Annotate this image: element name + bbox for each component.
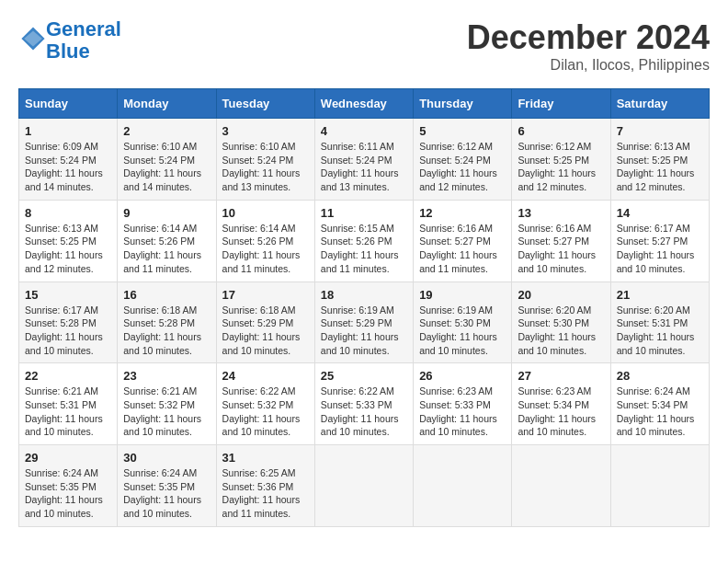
calendar-week-row: 22Sunrise: 6:21 AM Sunset: 5:31 PM Dayli… <box>19 363 710 445</box>
day-info: Sunrise: 6:22 AM Sunset: 5:32 PM Dayligh… <box>222 385 309 439</box>
day-info: Sunrise: 6:18 AM Sunset: 5:29 PM Dayligh… <box>222 304 309 358</box>
day-info: Sunrise: 6:13 AM Sunset: 5:25 PM Dayligh… <box>617 140 703 194</box>
day-number: 13 <box>518 206 604 220</box>
page-header: General Blue December 2024 Dilan, Ilocos… <box>18 18 710 74</box>
day-info: Sunrise: 6:21 AM Sunset: 5:32 PM Dayligh… <box>123 385 210 439</box>
calendar-cell: 19Sunrise: 6:19 AM Sunset: 5:30 PM Dayli… <box>414 282 512 363</box>
day-number: 20 <box>518 288 604 302</box>
day-number: 19 <box>419 288 506 302</box>
column-header-friday: Friday <box>512 89 610 119</box>
day-info: Sunrise: 6:24 AM Sunset: 5:35 PM Dayligh… <box>25 466 111 521</box>
day-info: Sunrise: 6:17 AM Sunset: 5:28 PM Dayligh… <box>25 304 111 358</box>
calendar-cell: 6Sunrise: 6:12 AM Sunset: 5:25 PM Daylig… <box>512 119 610 201</box>
day-number: 21 <box>617 288 703 302</box>
day-number: 11 <box>321 206 407 220</box>
column-header-thursday: Thursday <box>414 89 512 119</box>
calendar-cell: 26Sunrise: 6:23 AM Sunset: 5:33 PM Dayli… <box>414 363 512 445</box>
title-area: December 2024 Dilan, Ilocos, Philippines <box>467 18 710 74</box>
day-number: 12 <box>419 206 506 220</box>
day-info: Sunrise: 6:17 AM Sunset: 5:27 PM Dayligh… <box>617 222 703 276</box>
day-number: 6 <box>518 124 604 138</box>
calendar-cell: 31Sunrise: 6:25 AM Sunset: 5:36 PM Dayli… <box>216 445 314 527</box>
calendar-cell: 13Sunrise: 6:16 AM Sunset: 5:27 PM Dayli… <box>512 200 610 282</box>
day-number: 1 <box>25 124 111 138</box>
calendar-cell: 27Sunrise: 6:23 AM Sunset: 5:34 PM Dayli… <box>512 363 610 445</box>
calendar-cell: 7Sunrise: 6:13 AM Sunset: 5:25 PM Daylig… <box>610 119 709 201</box>
column-header-monday: Monday <box>118 89 216 119</box>
day-info: Sunrise: 6:12 AM Sunset: 5:25 PM Dayligh… <box>518 140 604 194</box>
location: Dilan, Ilocos, Philippines <box>467 57 710 74</box>
calendar-cell: 29Sunrise: 6:24 AM Sunset: 5:35 PM Dayli… <box>19 445 118 527</box>
calendar-cell: 23Sunrise: 6:21 AM Sunset: 5:32 PM Dayli… <box>118 363 216 445</box>
calendar-cell: 8Sunrise: 6:13 AM Sunset: 5:25 PM Daylig… <box>19 200 118 282</box>
calendar-week-row: 29Sunrise: 6:24 AM Sunset: 5:35 PM Dayli… <box>19 445 710 527</box>
day-info: Sunrise: 6:12 AM Sunset: 5:24 PM Dayligh… <box>419 140 506 194</box>
day-info: Sunrise: 6:25 AM Sunset: 5:36 PM Dayligh… <box>222 466 309 521</box>
day-number: 28 <box>617 369 703 383</box>
calendar-week-row: 8Sunrise: 6:13 AM Sunset: 5:25 PM Daylig… <box>19 200 710 282</box>
logo-line2: Blue <box>46 40 90 63</box>
calendar-cell: 22Sunrise: 6:21 AM Sunset: 5:31 PM Dayli… <box>19 363 118 445</box>
day-number: 25 <box>321 369 407 383</box>
day-info: Sunrise: 6:22 AM Sunset: 5:33 PM Dayligh… <box>321 385 407 439</box>
day-info: Sunrise: 6:16 AM Sunset: 5:27 PM Dayligh… <box>419 222 506 276</box>
calendar-cell: 25Sunrise: 6:22 AM Sunset: 5:33 PM Dayli… <box>314 363 413 445</box>
day-info: Sunrise: 6:15 AM Sunset: 5:26 PM Dayligh… <box>321 222 407 276</box>
column-header-saturday: Saturday <box>610 89 709 119</box>
calendar-cell: 5Sunrise: 6:12 AM Sunset: 5:24 PM Daylig… <box>414 119 512 201</box>
day-number: 3 <box>222 124 309 138</box>
column-header-tuesday: Tuesday <box>216 89 314 119</box>
calendar-cell: 24Sunrise: 6:22 AM Sunset: 5:32 PM Dayli… <box>216 363 314 445</box>
column-header-wednesday: Wednesday <box>314 89 413 119</box>
day-number: 16 <box>123 288 210 302</box>
day-number: 22 <box>25 369 111 383</box>
calendar-cell: 10Sunrise: 6:14 AM Sunset: 5:26 PM Dayli… <box>216 200 314 282</box>
calendar-cell: 21Sunrise: 6:20 AM Sunset: 5:31 PM Dayli… <box>610 282 709 363</box>
calendar-cell: 2Sunrise: 6:10 AM Sunset: 5:24 PM Daylig… <box>118 119 216 201</box>
day-info: Sunrise: 6:24 AM Sunset: 5:35 PM Dayligh… <box>123 466 210 521</box>
day-number: 27 <box>518 369 604 383</box>
day-info: Sunrise: 6:23 AM Sunset: 5:33 PM Dayligh… <box>419 385 506 439</box>
day-info: Sunrise: 6:09 AM Sunset: 5:24 PM Dayligh… <box>25 140 111 194</box>
calendar-week-row: 15Sunrise: 6:17 AM Sunset: 5:28 PM Dayli… <box>19 282 710 363</box>
calendar-cell: 3Sunrise: 6:10 AM Sunset: 5:24 PM Daylig… <box>216 119 314 201</box>
calendar-cell <box>314 445 413 527</box>
day-info: Sunrise: 6:20 AM Sunset: 5:31 PM Dayligh… <box>617 304 703 358</box>
calendar-cell: 4Sunrise: 6:11 AM Sunset: 5:24 PM Daylig… <box>314 119 413 201</box>
calendar-cell: 16Sunrise: 6:18 AM Sunset: 5:28 PM Dayli… <box>118 282 216 363</box>
day-number: 9 <box>123 206 210 220</box>
day-number: 31 <box>222 451 309 465</box>
logo: General Blue <box>18 18 121 63</box>
calendar-cell: 20Sunrise: 6:20 AM Sunset: 5:30 PM Dayli… <box>512 282 610 363</box>
calendar-cell <box>610 445 709 527</box>
day-info: Sunrise: 6:21 AM Sunset: 5:31 PM Dayligh… <box>25 385 111 439</box>
calendar-cell: 30Sunrise: 6:24 AM Sunset: 5:35 PM Dayli… <box>118 445 216 527</box>
day-number: 5 <box>419 124 506 138</box>
day-number: 24 <box>222 369 309 383</box>
calendar-cell: 12Sunrise: 6:16 AM Sunset: 5:27 PM Dayli… <box>414 200 512 282</box>
logo-line1: General <box>46 17 121 40</box>
day-number: 7 <box>617 124 703 138</box>
day-info: Sunrise: 6:10 AM Sunset: 5:24 PM Dayligh… <box>123 140 210 194</box>
calendar-cell: 28Sunrise: 6:24 AM Sunset: 5:34 PM Dayli… <box>610 363 709 445</box>
day-info: Sunrise: 6:14 AM Sunset: 5:26 PM Dayligh… <box>123 222 210 276</box>
day-number: 23 <box>123 369 210 383</box>
svg-marker-1 <box>24 31 42 47</box>
calendar-cell <box>512 445 610 527</box>
day-number: 4 <box>321 124 407 138</box>
day-number: 26 <box>419 369 506 383</box>
calendar-cell: 18Sunrise: 6:19 AM Sunset: 5:29 PM Dayli… <box>314 282 413 363</box>
day-info: Sunrise: 6:10 AM Sunset: 5:24 PM Dayligh… <box>222 140 309 194</box>
day-number: 14 <box>617 206 703 220</box>
day-info: Sunrise: 6:18 AM Sunset: 5:28 PM Dayligh… <box>123 304 210 358</box>
day-info: Sunrise: 6:23 AM Sunset: 5:34 PM Dayligh… <box>518 385 604 439</box>
calendar-header-row: SundayMondayTuesdayWednesdayThursdayFrid… <box>19 89 710 119</box>
calendar-cell: 17Sunrise: 6:18 AM Sunset: 5:29 PM Dayli… <box>216 282 314 363</box>
day-info: Sunrise: 6:19 AM Sunset: 5:30 PM Dayligh… <box>419 304 506 358</box>
day-info: Sunrise: 6:20 AM Sunset: 5:30 PM Dayligh… <box>518 304 604 358</box>
calendar-cell: 11Sunrise: 6:15 AM Sunset: 5:26 PM Dayli… <box>314 200 413 282</box>
column-header-sunday: Sunday <box>19 89 118 119</box>
day-info: Sunrise: 6:14 AM Sunset: 5:26 PM Dayligh… <box>222 222 309 276</box>
day-info: Sunrise: 6:11 AM Sunset: 5:24 PM Dayligh… <box>321 140 407 194</box>
calendar-table: SundayMondayTuesdayWednesdayThursdayFrid… <box>18 88 710 527</box>
